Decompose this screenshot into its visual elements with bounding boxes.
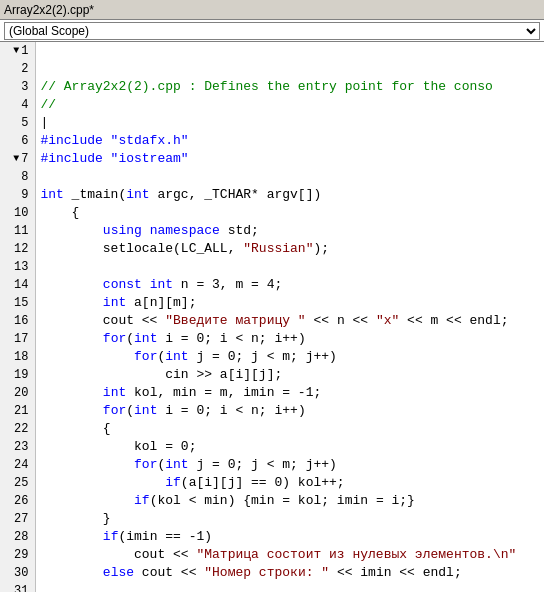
scope-select[interactable]: (Global Scope) <box>4 22 540 40</box>
line-num-text: 5 <box>21 114 28 132</box>
code-token: | <box>40 114 48 132</box>
code-token: int <box>103 384 126 402</box>
code-token <box>40 384 102 402</box>
line-number: 3 <box>4 78 31 96</box>
code-line: for(int i = 0; i < n; i++) <box>40 402 544 420</box>
code-token: for <box>103 330 126 348</box>
line-num-text: 4 <box>21 96 28 114</box>
line-num-text: 22 <box>14 420 28 438</box>
line-num-text: 16 <box>14 312 28 330</box>
line-number: 21 <box>4 402 31 420</box>
line-number: 16 <box>4 312 31 330</box>
code-line: // <box>40 96 544 114</box>
line-number: 4 <box>4 96 31 114</box>
code-line: int a[n][m]; <box>40 294 544 312</box>
code-token: int <box>150 276 173 294</box>
line-number: 26 <box>4 492 31 510</box>
code-token: // <box>40 96 56 114</box>
line-num-text: 20 <box>14 384 28 402</box>
code-token: const <box>103 276 142 294</box>
code-token: _tmain( <box>64 186 126 204</box>
code-line: int kol, min = m, imin = -1; <box>40 384 544 402</box>
code-token: argc, _TCHAR* argv[]) <box>150 186 322 204</box>
line-number: 27 <box>4 510 31 528</box>
code-line: using namespace std; <box>40 222 544 240</box>
line-number: 31 <box>4 582 31 592</box>
line-num-text: 25 <box>14 474 28 492</box>
line-number: 10 <box>4 204 31 222</box>
line-number: 12 <box>4 240 31 258</box>
line-num-text: 6 <box>21 132 28 150</box>
line-number: 18 <box>4 348 31 366</box>
code-token: std; <box>220 222 259 240</box>
code-token <box>40 276 102 294</box>
title-bar: Array2x2(2).cpp* <box>0 0 544 20</box>
code-token: int <box>126 186 149 204</box>
line-num-text: 8 <box>21 168 28 186</box>
code-line <box>40 168 544 186</box>
code-token <box>40 492 134 510</box>
code-token: #include "stdafx.h" <box>40 132 188 150</box>
code-token <box>40 402 102 420</box>
code-token: { <box>40 204 79 222</box>
code-token: n = 3, m = 4; <box>173 276 282 294</box>
code-area[interactable]: // Array2x2(2).cpp : Defines the entry p… <box>36 42 544 592</box>
line-num-text: 9 <box>21 186 28 204</box>
code-token <box>40 294 102 312</box>
fold-marker[interactable]: ▼ <box>11 42 21 60</box>
line-number: 8 <box>4 168 31 186</box>
code-token: i = 0; i < n; i++) <box>157 402 305 420</box>
line-number: 25 <box>4 474 31 492</box>
code-token: i = 0; i < n; i++) <box>157 330 305 348</box>
code-line: cout << "Введите матрицу " << n << "x" <… <box>40 312 544 330</box>
code-token: "Матрица состоит из нулевых элементов.\n… <box>196 546 516 564</box>
code-container: ▼1 2 3 4 5 6▼7 8 9 10 11 12 13 14 15 16 … <box>0 42 544 592</box>
fold-marker[interactable]: ▼ <box>11 150 21 168</box>
code-line: cout << "Матрица состоит из нулевых элем… <box>40 546 544 564</box>
code-line: for(int i = 0; i < n; i++) <box>40 330 544 348</box>
code-line <box>40 258 544 276</box>
code-token: j = 0; j < m; j++) <box>189 348 337 366</box>
code-line: const int n = 3, m = 4; <box>40 276 544 294</box>
code-token: (kol < min) {min = kol; imin = i;} <box>150 492 415 510</box>
line-num-text: 13 <box>14 258 28 276</box>
code-token <box>40 348 134 366</box>
line-num-text: 23 <box>14 438 28 456</box>
line-num-text: 2 <box>21 60 28 78</box>
code-line: for(int j = 0; j < m; j++) <box>40 348 544 366</box>
code-token: if <box>103 528 119 546</box>
line-num-text: 7 <box>21 150 28 168</box>
line-number: 15 <box>4 294 31 312</box>
code-token: int <box>103 294 126 312</box>
code-token: // Array2x2(2).cpp : Defines the entry p… <box>40 78 492 96</box>
code-token: ( <box>126 330 134 348</box>
code-token <box>40 528 102 546</box>
code-line: for(int j = 0; j < m; j++) <box>40 456 544 474</box>
line-num-text: 26 <box>14 492 28 510</box>
code-token: (imin == -1) <box>118 528 212 546</box>
line-number: 2 <box>4 60 31 78</box>
code-token <box>40 330 102 348</box>
line-num-text: 1 <box>21 42 28 60</box>
code-token <box>142 276 150 294</box>
line-number: 19 <box>4 366 31 384</box>
code-line: // Array2x2(2).cpp : Defines the entry p… <box>40 78 544 96</box>
line-number: ▼7 <box>4 150 31 168</box>
title-label: Array2x2(2).cpp* <box>4 3 94 17</box>
code-line: } <box>40 510 544 528</box>
code-token: cin >> a[i][j]; <box>40 366 282 384</box>
code-token <box>40 456 134 474</box>
line-number: ▼1 <box>4 42 31 60</box>
code-token: kol = 0; <box>40 438 196 456</box>
line-num-text: 30 <box>14 564 28 582</box>
line-number: 30 <box>4 564 31 582</box>
line-num-text: 15 <box>14 294 28 312</box>
line-number: 13 <box>4 258 31 276</box>
line-num-text: 14 <box>14 276 28 294</box>
code-line: if(a[i][j] == 0) kol++; <box>40 474 544 492</box>
code-token: } <box>40 510 110 528</box>
code-token: else <box>103 564 134 582</box>
code-token: for <box>103 402 126 420</box>
line-num-text: 11 <box>14 222 28 240</box>
code-token: (a[i][j] == 0) kol++; <box>181 474 345 492</box>
